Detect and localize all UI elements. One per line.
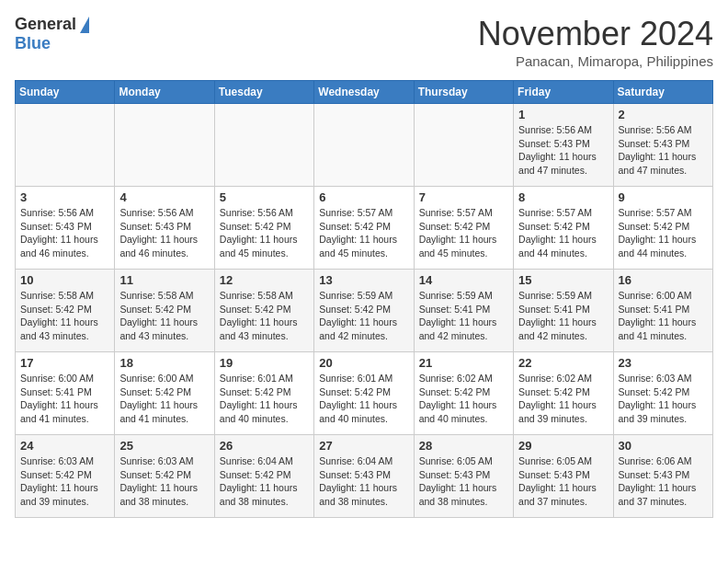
day-info-line: Sunrise: 6:05 AM (419, 454, 508, 468)
calendar-table: SundayMondayTuesdayWednesdayThursdayFrid… (15, 80, 713, 518)
calendar-cell: 29Sunrise: 6:05 AMSunset: 5:43 PMDayligh… (514, 435, 613, 518)
calendar-cell: 17Sunrise: 6:00 AMSunset: 5:41 PMDayligh… (16, 352, 115, 435)
day-info-line: and 39 minutes. (20, 495, 109, 509)
day-info-line: and 42 minutes. (518, 329, 608, 343)
day-info-line: Sunset: 5:42 PM (419, 220, 508, 234)
day-info-line: Sunset: 5:43 PM (119, 220, 209, 234)
day-info-line: Daylight: 11 hours (518, 398, 608, 412)
day-info-line: Sunset: 5:42 PM (619, 220, 708, 234)
day-number: 21 (419, 356, 508, 370)
day-info-line: and 38 minutes. (419, 495, 508, 509)
day-info-line: and 46 minutes. (119, 247, 209, 260)
day-info-line: Sunset: 5:42 PM (220, 385, 309, 399)
calendar-week-2: 3Sunrise: 5:56 AMSunset: 5:43 PMDaylight… (16, 187, 713, 270)
day-info-line: and 38 minutes. (220, 495, 309, 509)
page-header: General Blue November 2024 Panacan, Mima… (15, 15, 713, 69)
day-info-line: Daylight: 11 hours (20, 316, 109, 329)
calendar-cell: 23Sunrise: 6:03 AMSunset: 5:42 PMDayligh… (613, 352, 712, 435)
day-info-line: Sunrise: 5:59 AM (419, 289, 508, 303)
calendar-cell: 6Sunrise: 5:57 AMSunset: 5:42 PMDaylight… (314, 187, 414, 270)
day-info-line: Sunrise: 5:56 AM (619, 123, 708, 137)
day-info-line: and 47 minutes. (619, 164, 708, 178)
day-info-line: Daylight: 11 hours (20, 481, 109, 495)
calendar-cell: 7Sunrise: 5:57 AMSunset: 5:42 PMDaylight… (414, 187, 513, 270)
day-info-line: Daylight: 11 hours (319, 233, 408, 247)
day-info-line: and 41 minutes. (119, 412, 209, 426)
day-info-line: Sunset: 5:41 PM (518, 303, 608, 316)
day-number: 6 (319, 190, 408, 204)
day-info-line: Daylight: 11 hours (20, 398, 109, 412)
weekday-header-friday: Friday (514, 81, 613, 104)
day-info-line: and 45 minutes. (220, 247, 309, 260)
day-info-line: Sunset: 5:42 PM (319, 220, 408, 234)
calendar-cell: 14Sunrise: 5:59 AMSunset: 5:41 PMDayligh… (414, 270, 513, 352)
logo-triangle-icon (80, 17, 89, 33)
day-info-line: Sunrise: 5:57 AM (518, 206, 608, 220)
calendar-cell: 8Sunrise: 5:57 AMSunset: 5:42 PMDaylight… (514, 187, 613, 270)
day-number: 8 (518, 190, 608, 204)
calendar-cell: 10Sunrise: 5:58 AMSunset: 5:42 PMDayligh… (16, 270, 115, 352)
day-info-line: and 38 minutes. (319, 495, 408, 509)
day-number: 24 (20, 439, 109, 453)
day-info-line: Sunset: 5:42 PM (119, 385, 209, 399)
day-info-line: Daylight: 11 hours (220, 233, 309, 247)
day-info-line: and 40 minutes. (220, 412, 309, 426)
day-info-line: Sunset: 5:43 PM (518, 137, 608, 151)
location-subtitle: Panacan, Mimaropa, Philippines (478, 53, 713, 69)
day-info-line: Sunrise: 6:03 AM (619, 372, 708, 385)
day-info-line: Sunrise: 5:56 AM (119, 206, 209, 220)
calendar-cell: 5Sunrise: 5:56 AMSunset: 5:42 PMDaylight… (214, 187, 313, 270)
calendar-body: 1Sunrise: 5:56 AMSunset: 5:43 PMDaylight… (16, 104, 713, 518)
day-info-line: Sunset: 5:43 PM (518, 468, 608, 482)
day-info-line: Daylight: 11 hours (419, 233, 508, 247)
calendar-cell: 25Sunrise: 6:03 AMSunset: 5:42 PMDayligh… (115, 435, 214, 518)
day-info-line: Sunset: 5:42 PM (319, 385, 408, 399)
calendar-cell: 12Sunrise: 5:58 AMSunset: 5:42 PMDayligh… (214, 270, 313, 352)
day-info-line: and 40 minutes. (419, 412, 508, 426)
day-info-line: Sunrise: 6:01 AM (220, 372, 309, 385)
day-info-line: Sunset: 5:43 PM (619, 468, 708, 482)
day-info-line: Sunrise: 5:57 AM (319, 206, 408, 220)
day-number: 29 (518, 439, 608, 453)
day-info-line: Sunrise: 5:58 AM (119, 289, 209, 303)
day-info-line: Sunset: 5:42 PM (220, 303, 309, 316)
day-number: 25 (119, 439, 209, 453)
day-number: 1 (518, 108, 608, 121)
day-info-line: Sunset: 5:41 PM (20, 385, 109, 399)
day-info-line: Sunrise: 5:57 AM (419, 206, 508, 220)
day-info-line: Sunrise: 5:59 AM (518, 289, 608, 303)
day-info-line: Daylight: 11 hours (319, 316, 408, 329)
calendar-cell (16, 104, 115, 187)
day-number: 5 (220, 190, 309, 204)
day-number: 2 (619, 108, 708, 121)
calendar-cell: 1Sunrise: 5:56 AMSunset: 5:43 PMDaylight… (514, 104, 613, 187)
day-info-line: Sunset: 5:43 PM (20, 220, 109, 234)
weekday-header-thursday: Thursday (414, 81, 513, 104)
day-info-line: Daylight: 11 hours (419, 481, 508, 495)
day-info-line: Sunrise: 5:57 AM (619, 206, 708, 220)
day-info-line: Sunset: 5:41 PM (419, 303, 508, 316)
day-info-line: and 43 minutes. (20, 329, 109, 343)
day-info-line: and 43 minutes. (220, 329, 309, 343)
day-info-line: Sunset: 5:42 PM (220, 468, 309, 482)
calendar-cell: 4Sunrise: 5:56 AMSunset: 5:43 PMDaylight… (115, 187, 214, 270)
day-info-line: Sunrise: 6:00 AM (20, 372, 109, 385)
day-info-line: and 39 minutes. (518, 412, 608, 426)
day-info-line: Daylight: 11 hours (619, 150, 708, 164)
day-info-line: Sunset: 5:42 PM (220, 220, 309, 234)
day-info-line: Sunrise: 6:03 AM (119, 454, 209, 468)
calendar-cell: 18Sunrise: 6:00 AMSunset: 5:42 PMDayligh… (115, 352, 214, 435)
day-info-line: and 39 minutes. (619, 412, 708, 426)
day-number: 14 (419, 273, 508, 287)
day-info-line: and 44 minutes. (619, 247, 708, 260)
day-info-line: and 42 minutes. (319, 329, 408, 343)
day-info-line: Sunrise: 5:58 AM (220, 289, 309, 303)
day-info-line: Daylight: 11 hours (220, 316, 309, 329)
day-info-line: Sunrise: 6:00 AM (119, 372, 209, 385)
day-info-line: Daylight: 11 hours (619, 233, 708, 247)
calendar-cell: 28Sunrise: 6:05 AMSunset: 5:43 PMDayligh… (414, 435, 513, 518)
day-info-line: Sunrise: 6:02 AM (419, 372, 508, 385)
day-info-line: Sunrise: 6:01 AM (319, 372, 408, 385)
day-info-line: Sunset: 5:42 PM (20, 303, 109, 316)
day-info-line: Sunrise: 5:56 AM (518, 123, 608, 137)
